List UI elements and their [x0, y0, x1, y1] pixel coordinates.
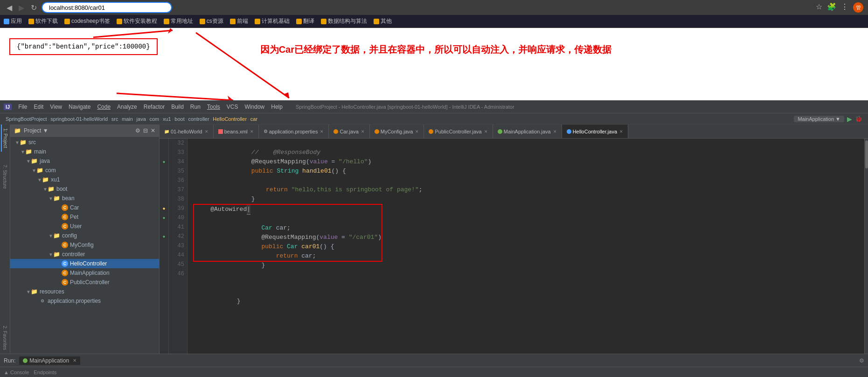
- tab-beansxml[interactable]: beans.xml ✕: [214, 125, 259, 139]
- tree-item-bean[interactable]: ▼ 📁 bean: [10, 194, 159, 203]
- breadcrumb-java[interactable]: java: [137, 116, 146, 122]
- code-line-39: @Autowired|: [194, 205, 382, 214]
- address-bar[interactable]: localhost:8080/car01: [42, 2, 172, 13]
- highlighted-code-block: @Autowired| Car car; @RequestMapping(val…: [193, 204, 382, 262]
- tree-item-java[interactable]: ▼ 📁 java: [10, 156, 159, 166]
- tree-item-appprops[interactable]: ⚙ application.properties: [10, 296, 159, 306]
- endpoints-tab[interactable]: Endpoints: [34, 370, 56, 375]
- breadcrumb-main[interactable]: main: [122, 116, 133, 122]
- breadcrumb-src[interactable]: src: [111, 116, 118, 122]
- bookmark-install[interactable]: 软件安装教程: [117, 17, 157, 25]
- menu-window[interactable]: Window: [242, 103, 268, 111]
- bookmark-software-dl[interactable]: 软件下载: [28, 17, 58, 25]
- breadcrumb-boot[interactable]: boot: [174, 116, 184, 122]
- bookmark-codesheep[interactable]: codesheep书签: [64, 17, 110, 25]
- bookmark-cs-basics[interactable]: 计算机基础: [255, 17, 290, 25]
- menu-edit[interactable]: Edit: [31, 103, 47, 111]
- breadcrumb-controller[interactable]: controller: [188, 116, 209, 122]
- forward-button[interactable]: ▶: [17, 2, 26, 13]
- user-avatar[interactable]: 管: [853, 2, 863, 13]
- menu-code[interactable]: Code: [94, 103, 113, 111]
- run-button[interactable]: ▶: [847, 115, 852, 123]
- tab-myconfigjava[interactable]: MyConfig.java ✕: [370, 125, 424, 139]
- ide-main: 1: Project 7: Structure 2: Favorites 📁 P…: [0, 125, 868, 354]
- console-tab[interactable]: ▲ Console: [4, 370, 29, 375]
- tab-helloworld[interactable]: 📁 01-helloWorld ✕: [160, 125, 214, 139]
- vtab-favorites[interactable]: 2: Favorites: [1, 322, 8, 354]
- breadcrumb-hellocontroller[interactable]: HelloController: [213, 116, 247, 122]
- tree-item-myconfig[interactable]: C MyConfig: [10, 240, 159, 250]
- breadcrumb-com[interactable]: com: [149, 116, 159, 122]
- tab-carjava[interactable]: Car.java ✕: [329, 125, 369, 139]
- run-app-tab[interactable]: MainApplication ✕: [19, 356, 80, 365]
- panel-settings[interactable]: ⚙: [135, 127, 140, 134]
- tree-item-mainapplication[interactable]: C MainApplication: [10, 268, 159, 278]
- folder-icon: 📁: [14, 127, 21, 134]
- breadcrumb-project[interactable]: SpringBootProject: [6, 116, 47, 122]
- tree-item-pet[interactable]: C Pet: [10, 212, 159, 222]
- tree-item-car[interactable]: C Car: [10, 203, 159, 212]
- tree-item-com[interactable]: ▼ 📁 com: [10, 166, 159, 175]
- bookmark-ds-algo[interactable]: 数据结构与算法: [321, 17, 367, 25]
- tab-publiccontroller[interactable]: PublicController.java ✕: [424, 125, 493, 139]
- annotation-area: {"brand":"bentian","price":100000} 因为Car…: [0, 28, 868, 100]
- code-line-32: // @ResponseBody: [193, 139, 862, 148]
- run-app-label: MainApplication: [29, 357, 69, 364]
- run-bar: Run: MainApplication ✕ ⚙: [0, 354, 868, 367]
- tree-item-publiccontroller[interactable]: C PublicController: [10, 278, 159, 287]
- bookmark-others[interactable]: 其他: [374, 17, 392, 25]
- breadcrumb-car[interactable]: car: [250, 116, 257, 122]
- menu-analyze[interactable]: Analyze: [114, 103, 140, 111]
- extensions-icon[interactable]: 🧩: [827, 2, 836, 13]
- menu-refactor[interactable]: Refactor: [141, 103, 167, 111]
- run-settings-icon[interactable]: ⚙: [859, 357, 864, 364]
- breadcrumb-module[interactable]: springboot-01-helloWorld: [50, 116, 108, 122]
- tab-hellocontroller-active[interactable]: HelloController.java ✕: [562, 125, 628, 139]
- menu-run[interactable]: Run: [187, 103, 203, 111]
- tree-item-user[interactable]: C User: [10, 222, 159, 231]
- run-tab-close-icon[interactable]: ✕: [73, 358, 76, 363]
- editor-tab-bar: 📁 01-helloWorld ✕ beans.xml ✕ ⚙ applicat…: [160, 125, 868, 139]
- refresh-button[interactable]: ↻: [29, 2, 39, 13]
- svg-line-4: [196, 33, 289, 98]
- tree-item-config[interactable]: ▼ 📁 config: [10, 231, 159, 240]
- back-button[interactable]: ◀: [5, 2, 14, 13]
- bookmark-frontend[interactable]: 前端: [230, 17, 248, 25]
- menu-navigate[interactable]: Navigate: [66, 103, 93, 111]
- bookmark-apps[interactable]: 应用: [4, 17, 22, 25]
- tree-item-xu1[interactable]: ▼ 📁 xu1: [10, 175, 159, 184]
- panel-expand[interactable]: ⊟: [143, 127, 148, 134]
- project-label: Project ▼: [24, 127, 49, 134]
- ide-menu-bar: IJ File Edit View Navigate Code Analyze …: [0, 100, 868, 113]
- svg-marker-3: [228, 96, 233, 100]
- bookmark-common-addr[interactable]: 常用地址: [164, 17, 193, 25]
- bookmark-translate[interactable]: 翻译: [296, 17, 314, 25]
- code-line-36: return "hello,this is springboot of page…: [193, 176, 862, 185]
- menu-help[interactable]: Help: [268, 103, 285, 111]
- menu-vcs[interactable]: VCS: [224, 103, 241, 111]
- vtab-project[interactable]: 1: Project: [1, 125, 9, 152]
- tree-item-controller[interactable]: ▼ 📁 controller: [10, 250, 159, 259]
- tree-item-main[interactable]: ▼ 📁 main: [10, 147, 159, 156]
- breadcrumb-xu1[interactable]: xu1: [163, 116, 171, 122]
- tab-mainapplication[interactable]: MainApplication.java ✕: [493, 125, 562, 139]
- tree-item-boot[interactable]: ▼ 📁 boot: [10, 184, 159, 194]
- tree-item-resources[interactable]: ▼ 📁 resources: [10, 287, 159, 296]
- run-config-dropdown[interactable]: MainApplication ▼: [794, 116, 844, 122]
- tree-item-hellocontroller[interactable]: C HelloController: [10, 259, 159, 268]
- tab-appprops[interactable]: ⚙ application.properties ✕: [259, 125, 329, 139]
- code-line-45: [193, 278, 862, 287]
- bookmark-cs[interactable]: cs资源: [200, 17, 223, 25]
- menu-build[interactable]: Build: [168, 103, 187, 111]
- debug-button[interactable]: 🐞: [855, 115, 862, 122]
- menu-icon[interactable]: ⋮: [841, 2, 848, 13]
- menu-tools[interactable]: Tools: [204, 103, 223, 111]
- menu-view[interactable]: View: [47, 103, 65, 111]
- tree-item-src[interactable]: ▼ 📁 src: [10, 138, 159, 147]
- project-panel-header: 📁 Project ▼ ⚙ ⊟ ✕: [10, 125, 159, 137]
- menu-file[interactable]: File: [15, 103, 30, 111]
- star-icon[interactable]: ☆: [816, 2, 822, 13]
- ide-title: SpringBootProject - HelloController.java…: [296, 104, 514, 110]
- vtab-structure[interactable]: 7: Structure: [1, 161, 8, 193]
- panel-close[interactable]: ✕: [151, 127, 155, 134]
